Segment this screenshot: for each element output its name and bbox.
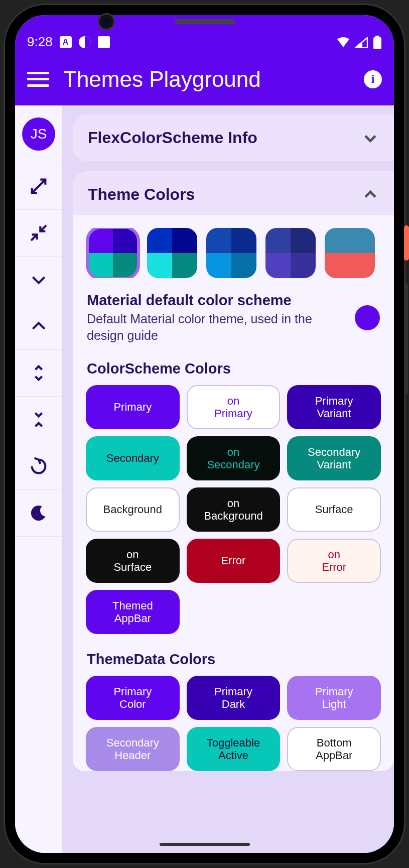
sd-icon — [98, 36, 110, 48]
theme-swatch[interactable] — [147, 228, 197, 278]
color-chip[interactable]: ThemedAppBar — [86, 590, 180, 634]
color-chip[interactable]: SecondaryHeader — [86, 727, 180, 771]
badge-icon: A — [60, 36, 72, 48]
color-chip[interactable]: onSurface — [86, 539, 180, 583]
scheme-title: Material default color scheme — [87, 292, 345, 309]
theme-card-header[interactable]: Theme Colors — [88, 185, 379, 215]
signal-icon — [355, 37, 368, 48]
home-indicator — [160, 843, 250, 846]
info-card: FlexColorScheme Info — [73, 114, 394, 161]
status-time: 9:28 — [27, 34, 53, 50]
color-chip[interactable]: BottomAppBar — [287, 727, 381, 771]
sidebar-darkmode-icon[interactable] — [15, 490, 62, 537]
color-chip[interactable]: onPrimary — [187, 385, 281, 429]
theme-swatch[interactable] — [325, 228, 375, 278]
app-title: Themes Playground — [63, 67, 350, 92]
info-button[interactable]: i — [364, 70, 382, 88]
content-area: FlexColorScheme Info Theme Colors Materi — [63, 105, 394, 853]
scheme-desc: Default Material color theme, used in th… — [87, 311, 345, 343]
menu-icon[interactable] — [27, 72, 49, 87]
theme-swatch[interactable] — [206, 228, 256, 278]
color-chip[interactable]: SecondaryVariant — [287, 436, 381, 480]
colorscheme-grid: PrimaryonPrimaryPrimaryVariantSecondaryo… — [84, 385, 383, 634]
theme-swatches[interactable] — [84, 228, 383, 278]
color-chip[interactable]: Surface — [287, 487, 381, 532]
theme-swatch[interactable] — [88, 228, 138, 278]
sidebar-chevron-down-icon[interactable] — [15, 257, 62, 303]
themedata-grid: PrimaryColorPrimaryDarkPrimaryLightSecon… — [84, 676, 383, 771]
sidebar-reset-icon[interactable] — [15, 443, 62, 490]
theme-card: Theme Colors Material default color sche… — [73, 171, 394, 757]
battery-icon — [373, 36, 382, 50]
color-chip[interactable]: PrimaryVariant — [287, 385, 381, 429]
color-chip[interactable]: Secondary — [86, 436, 180, 480]
scheme-info[interactable]: Material default color scheme Default Ma… — [84, 292, 383, 343]
chevron-up-icon — [362, 186, 379, 203]
color-chip[interactable]: Error — [187, 539, 281, 583]
contrast-icon — [79, 36, 91, 48]
color-chip[interactable]: PrimaryColor — [86, 676, 180, 720]
sidebar-fold-icon[interactable] — [15, 397, 62, 443]
color-chip[interactable]: onSecondary — [187, 436, 281, 480]
svg-rect-1 — [375, 36, 379, 38]
info-card-title: FlexColorScheme Info — [88, 129, 257, 147]
sidebar-unfold-icon[interactable] — [15, 350, 62, 397]
color-chip[interactable]: ToggleableActive — [187, 727, 281, 771]
sidebar-chevron-up-icon[interactable] — [15, 303, 62, 350]
sidebar-collapse-icon[interactable] — [15, 210, 62, 257]
wifi-icon — [337, 37, 350, 48]
theme-swatch[interactable] — [265, 228, 316, 278]
sidebar-expand-icon[interactable] — [15, 163, 62, 210]
color-chip[interactable]: Background — [86, 487, 180, 532]
scheme-color-dot — [355, 305, 380, 330]
info-card-header[interactable]: FlexColorScheme Info — [88, 129, 379, 147]
themedata-heading: ThemeData Colors — [87, 651, 383, 668]
chevron-down-icon — [362, 130, 379, 147]
color-chip[interactable]: PrimaryDark — [187, 676, 281, 720]
colorscheme-heading: ColorScheme Colors — [87, 360, 383, 377]
svg-rect-0 — [373, 37, 381, 49]
color-chip[interactable]: PrimaryLight — [287, 676, 381, 720]
theme-card-title: Theme Colors — [88, 185, 195, 204]
sidebar: JS — [15, 105, 63, 853]
sidebar-avatar[interactable]: JS — [15, 105, 62, 163]
color-chip[interactable]: Primary — [86, 385, 180, 429]
app-bar: Themes Playground i — [15, 53, 394, 105]
color-chip[interactable]: onBackground — [187, 487, 281, 532]
color-chip[interactable]: onError — [287, 539, 381, 583]
